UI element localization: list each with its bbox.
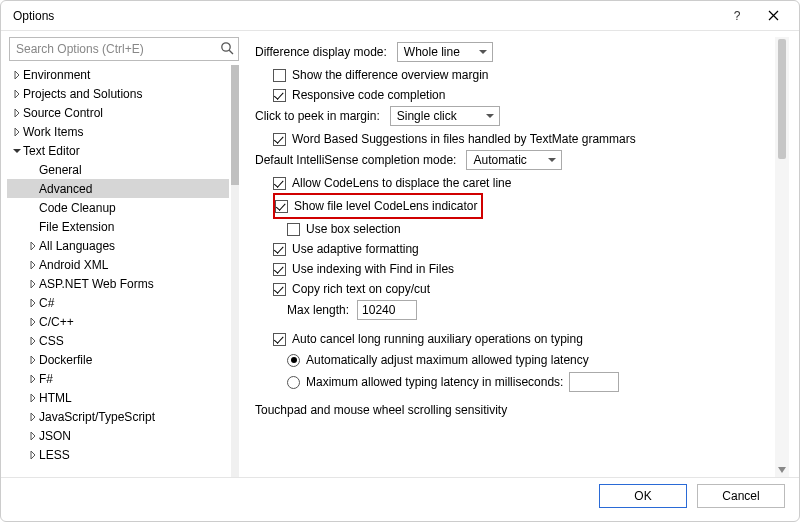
tree-item-label: Environment bbox=[23, 68, 90, 82]
radio-dot bbox=[287, 354, 300, 367]
use-adaptive-formatting-label: Use adaptive formatting bbox=[292, 242, 419, 256]
latency-auto-radio[interactable]: Automatically adjust maximum allowed typ… bbox=[287, 349, 773, 371]
titlebar: Options ? bbox=[1, 1, 799, 31]
checkbox-box bbox=[273, 69, 286, 82]
tree-item-label: General bbox=[39, 163, 82, 177]
chevron-right-icon[interactable] bbox=[27, 356, 39, 364]
show-file-level-codelens-checkbox[interactable]: Show file level CodeLens indicator bbox=[275, 196, 477, 216]
tree-item[interactable]: Android XML bbox=[7, 255, 229, 274]
search-input[interactable] bbox=[10, 38, 238, 60]
click-peek-value: Single click bbox=[397, 109, 457, 123]
search-field-wrap[interactable] bbox=[9, 37, 239, 61]
touchpad-heading: Touchpad and mouse wheel scrolling sensi… bbox=[255, 403, 507, 417]
checkbox-box bbox=[273, 133, 286, 146]
click-peek-label: Click to peek in margin: bbox=[255, 109, 380, 123]
checkbox-box bbox=[273, 263, 286, 276]
tree-item[interactable]: LESS bbox=[7, 445, 229, 464]
word-based-checkbox[interactable]: Word Based Suggestions in files handled … bbox=[255, 129, 773, 149]
copy-rich-text-checkbox[interactable]: Copy rich text on copy/cut bbox=[255, 279, 773, 299]
svg-line-1 bbox=[229, 50, 233, 54]
svg-point-0 bbox=[222, 43, 230, 51]
tree-item-label: ASP.NET Web Forms bbox=[39, 277, 154, 291]
tree-item[interactable]: Advanced bbox=[7, 179, 229, 198]
ok-button[interactable]: OK bbox=[599, 484, 687, 508]
chevron-right-icon[interactable] bbox=[27, 413, 39, 421]
tree-item[interactable]: Projects and Solutions bbox=[7, 84, 229, 103]
show-file-level-codelens-label: Show file level CodeLens indicator bbox=[294, 199, 477, 213]
use-indexing-fif-label: Use indexing with Find in Files bbox=[292, 262, 454, 276]
scroll-down-arrow[interactable] bbox=[775, 463, 789, 477]
close-icon bbox=[768, 10, 779, 21]
chevron-right-icon[interactable] bbox=[27, 242, 39, 250]
tree-item[interactable]: Text Editor bbox=[7, 141, 229, 160]
chevron-right-icon[interactable] bbox=[27, 432, 39, 440]
latency-manual-radio[interactable]: Maximum allowed typing latency in millis… bbox=[287, 371, 773, 393]
tree-item-label: JavaScript/TypeScript bbox=[39, 410, 155, 424]
tree-item[interactable]: F# bbox=[7, 369, 229, 388]
tree-item[interactable]: Environment bbox=[7, 65, 229, 84]
intellisense-select[interactable]: Automatic bbox=[466, 150, 562, 170]
tree-item-label: CSS bbox=[39, 334, 64, 348]
cancel-button[interactable]: Cancel bbox=[697, 484, 785, 508]
chevron-right-icon[interactable] bbox=[27, 318, 39, 326]
close-button[interactable] bbox=[755, 2, 791, 30]
tree-item[interactable]: HTML bbox=[7, 388, 229, 407]
intellisense-value: Automatic bbox=[473, 153, 526, 167]
chevron-right-icon[interactable] bbox=[11, 71, 23, 79]
tree-item[interactable]: Source Control bbox=[7, 103, 229, 122]
tree-item[interactable]: Work Items bbox=[7, 122, 229, 141]
tree-item[interactable]: General bbox=[7, 160, 229, 179]
options-tree[interactable]: EnvironmentProjects and SolutionsSource … bbox=[7, 65, 239, 477]
tree-item[interactable]: JavaScript/TypeScript bbox=[7, 407, 229, 426]
tree-item-label: JSON bbox=[39, 429, 71, 443]
settings-scrollbar-thumb[interactable] bbox=[778, 39, 786, 159]
diff-mode-label: Difference display mode: bbox=[255, 45, 387, 59]
search-icon bbox=[220, 41, 234, 58]
use-adaptive-formatting-checkbox[interactable]: Use adaptive formatting bbox=[255, 239, 773, 259]
chevron-right-icon[interactable] bbox=[27, 337, 39, 345]
tree-item[interactable]: Dockerfile bbox=[7, 350, 229, 369]
chevron-right-icon[interactable] bbox=[27, 261, 39, 269]
tree-scrollbar-thumb[interactable] bbox=[231, 65, 239, 185]
tree-item[interactable]: Code Cleanup bbox=[7, 198, 229, 217]
tree-item-label: Advanced bbox=[39, 182, 92, 196]
diff-mode-select[interactable]: Whole line bbox=[397, 42, 493, 62]
tree-item[interactable]: CSS bbox=[7, 331, 229, 350]
tree-item-label: File Extension bbox=[39, 220, 114, 234]
tree-item[interactable]: C# bbox=[7, 293, 229, 312]
diff-mode-value: Whole line bbox=[404, 45, 460, 59]
tree-item-label: Projects and Solutions bbox=[23, 87, 142, 101]
tree-item[interactable]: JSON bbox=[7, 426, 229, 445]
settings-scrollbar[interactable] bbox=[775, 37, 789, 477]
tree-item-label: Text Editor bbox=[23, 144, 80, 158]
chevron-right-icon[interactable] bbox=[11, 128, 23, 136]
tree-item-label: C/C++ bbox=[39, 315, 74, 329]
chevron-down-icon[interactable] bbox=[11, 147, 23, 155]
use-indexing-fif-checkbox[interactable]: Use indexing with Find in Files bbox=[255, 259, 773, 279]
use-box-selection-checkbox[interactable]: Use box selection bbox=[255, 219, 773, 239]
chevron-right-icon[interactable] bbox=[27, 375, 39, 383]
tree-scrollbar[interactable] bbox=[231, 65, 239, 477]
max-length-input[interactable] bbox=[357, 300, 417, 320]
allow-codelens-displace-checkbox[interactable]: Allow CodeLens to displace the caret lin… bbox=[255, 173, 773, 193]
responsive-completion-checkbox[interactable]: Responsive code completion bbox=[255, 85, 773, 105]
left-panel: EnvironmentProjects and SolutionsSource … bbox=[7, 37, 239, 477]
tree-item[interactable]: File Extension bbox=[7, 217, 229, 236]
checkbox-box bbox=[273, 243, 286, 256]
chevron-right-icon[interactable] bbox=[27, 280, 39, 288]
auto-cancel-checkbox[interactable]: Auto cancel long running auxiliary opera… bbox=[255, 329, 773, 349]
chevron-right-icon[interactable] bbox=[27, 299, 39, 307]
chevron-right-icon[interactable] bbox=[11, 90, 23, 98]
chevron-right-icon[interactable] bbox=[27, 394, 39, 402]
radio-dot bbox=[287, 376, 300, 389]
help-button[interactable]: ? bbox=[719, 2, 755, 30]
latency-manual-input[interactable] bbox=[569, 372, 619, 392]
tree-item[interactable]: ASP.NET Web Forms bbox=[7, 274, 229, 293]
tree-item[interactable]: All Languages bbox=[7, 236, 229, 255]
chevron-right-icon[interactable] bbox=[27, 451, 39, 459]
click-peek-select[interactable]: Single click bbox=[390, 106, 500, 126]
tree-item[interactable]: C/C++ bbox=[7, 312, 229, 331]
show-diff-overview-checkbox[interactable]: Show the difference overview margin bbox=[255, 65, 773, 85]
tree-item-label: Code Cleanup bbox=[39, 201, 116, 215]
chevron-right-icon[interactable] bbox=[11, 109, 23, 117]
